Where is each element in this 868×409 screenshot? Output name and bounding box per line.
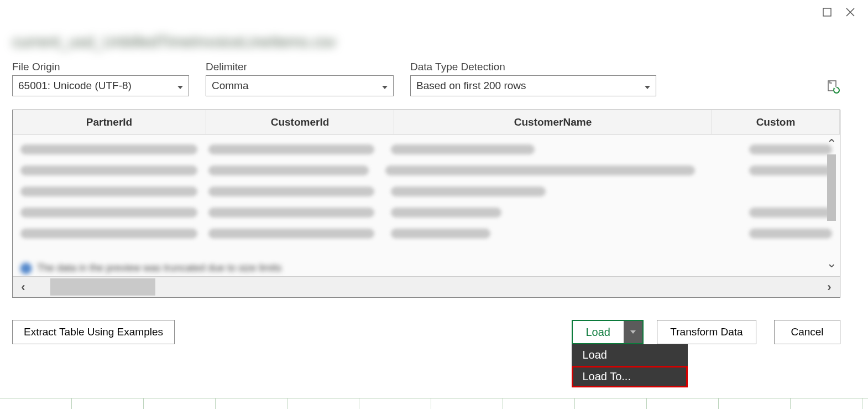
datatype-label: Data Type Detection xyxy=(410,61,656,73)
scroll-thumb[interactable] xyxy=(50,278,155,296)
table-row xyxy=(13,139,840,160)
scroll-right-icon[interactable]: › xyxy=(819,280,840,294)
file-title: current_usd_UnbilledTimeInvoiceLineItems… xyxy=(12,33,840,51)
refresh-icon[interactable] xyxy=(826,80,840,96)
chevron-down-icon xyxy=(177,80,183,92)
load-button[interactable]: Load xyxy=(573,321,624,343)
menu-item-load-to[interactable]: Load To... xyxy=(572,366,688,387)
load-dropdown-menu: Load Load To... xyxy=(572,344,688,387)
table-row xyxy=(13,160,840,181)
horizontal-scrollbar[interactable]: ‹ › xyxy=(13,276,840,297)
scroll-thumb[interactable] xyxy=(827,154,836,221)
svg-rect-0 xyxy=(823,8,831,16)
load-split-button[interactable]: Load xyxy=(572,320,644,344)
info-icon: i xyxy=(20,263,32,274)
vertical-scrollbar[interactable]: ⌃ ⌄ xyxy=(825,137,838,271)
file-origin-value: 65001: Unicode (UTF-8) xyxy=(18,80,132,92)
chevron-down-icon xyxy=(645,80,650,92)
load-dropdown-toggle[interactable] xyxy=(624,321,642,343)
info-message: i The data in the preview was truncated … xyxy=(20,262,281,274)
delimiter-label: Delimiter xyxy=(206,61,394,73)
delimiter-value: Comma xyxy=(212,80,249,92)
column-header-customername[interactable]: CustomerName xyxy=(394,110,712,134)
table-header: PartnerId CustomerId CustomerName Custom xyxy=(13,110,840,134)
datatype-value: Based on first 200 rows xyxy=(416,80,526,92)
delimiter-dropdown[interactable]: Comma xyxy=(206,75,394,96)
scroll-left-icon[interactable]: ‹ xyxy=(13,280,34,294)
file-origin-label: File Origin xyxy=(12,61,189,73)
maximize-button[interactable] xyxy=(820,6,834,19)
transform-data-button[interactable]: Transform Data xyxy=(657,320,756,344)
table-row xyxy=(13,202,840,223)
column-header-partnerid[interactable]: PartnerId xyxy=(13,110,206,134)
file-origin-dropdown[interactable]: 65001: Unicode (UTF-8) xyxy=(12,75,189,96)
column-header-customerid[interactable]: CustomerId xyxy=(206,110,394,134)
column-header-custom[interactable]: Custom xyxy=(712,110,840,134)
scroll-up-icon[interactable]: ⌃ xyxy=(827,137,836,151)
table-body xyxy=(13,134,840,256)
chevron-down-icon xyxy=(382,80,388,92)
spreadsheet-grid xyxy=(0,398,868,409)
scroll-down-icon[interactable]: ⌄ xyxy=(827,256,836,271)
preview-table: PartnerId CustomerId CustomerName Custom… xyxy=(12,110,840,298)
close-button[interactable] xyxy=(844,6,857,19)
menu-item-load[interactable]: Load xyxy=(572,344,688,366)
table-row xyxy=(13,181,840,202)
extract-table-button[interactable]: Extract Table Using Examples xyxy=(12,320,175,344)
datatype-dropdown[interactable]: Based on first 200 rows xyxy=(410,75,656,96)
cancel-button[interactable]: Cancel xyxy=(774,320,840,344)
table-row xyxy=(13,223,840,244)
